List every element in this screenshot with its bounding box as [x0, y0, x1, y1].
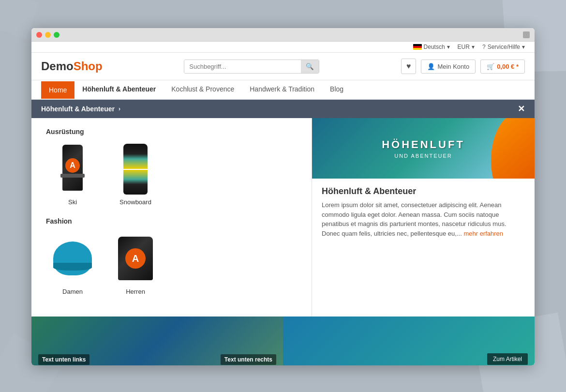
promo-title: Höhenluft & Abenteuer	[322, 186, 525, 196]
header: DemoShop 🔍 ♥ 👤 Mein Konto 🛒 0,00 € *	[31, 53, 535, 80]
herren-image: A	[111, 232, 160, 285]
product-snowboard[interactable]: Snowboard	[109, 142, 162, 206]
ski-logo: A	[65, 158, 80, 173]
account-button[interactable]: 👤 Mein Konto	[421, 60, 476, 74]
nav-item-home[interactable]: Home	[41, 81, 74, 99]
snowboard-visual	[123, 144, 148, 195]
cart-price: 0,00 € *	[497, 63, 519, 70]
mega-menu-left-panel: Ausrüstung A Ski	[31, 118, 312, 317]
close-window-btn[interactable]	[36, 32, 42, 38]
banner-right: Zum Artikel	[283, 317, 535, 365]
wishlist-button[interactable]: ♥	[401, 59, 417, 74]
zum-artikel-button[interactable]: Zum Artikel	[487, 353, 528, 365]
ski-strap	[60, 174, 85, 178]
search-input[interactable]	[184, 60, 301, 73]
snowboard-label: Snowboard	[119, 198, 151, 206]
section-fashion-title: Fashion	[46, 217, 297, 225]
utility-bar: Deutsch ▾ EUR ▾ ? Service/Hilfe ▾	[31, 42, 535, 53]
logo-shop: Shop	[74, 60, 103, 73]
flag-icon	[413, 44, 422, 50]
logo-demo: Demo	[41, 60, 74, 73]
language-chevron: ▾	[447, 44, 450, 50]
promo-logo-area: HÖHENLUFT UND ABENTEUER	[382, 138, 465, 159]
damen-image	[48, 232, 97, 285]
service-help[interactable]: ? Service/Hilfe ▾	[482, 44, 525, 50]
section-fashion: Fashion Damen	[46, 217, 297, 295]
logo[interactable]: DemoShop	[41, 60, 103, 73]
currency-selector[interactable]: EUR ▾	[458, 44, 475, 50]
nav-bar: Home Höhenluft & Abenteuer Kochlust & Pr…	[31, 80, 535, 100]
promo-image: HÖHENLUFT UND ABENTEUER	[312, 118, 535, 179]
snowboard-image	[111, 142, 160, 196]
breadcrumb: Höhenluft & Abenteuer ›	[41, 105, 120, 113]
promo-logo-main: HÖHENLUFT	[382, 138, 465, 151]
mega-menu-bar: Höhenluft & Abenteuer › ✕	[31, 100, 535, 118]
service-chevron: ▾	[522, 44, 525, 50]
cart-button[interactable]: 🛒 0,00 € *	[480, 60, 525, 74]
promo-read-more-link[interactable]: mehr erfahren	[463, 230, 503, 237]
snowboard-stripe	[123, 169, 148, 170]
nav-item-hoehenluft[interactable]: Höhenluft & Abenteuer	[74, 80, 164, 99]
minimize-window-btn[interactable]	[45, 32, 51, 38]
mega-menu-content: Ausrüstung A Ski	[31, 118, 535, 317]
promo-logo-sub: UND ABENTEUER	[382, 153, 465, 159]
language-label: Deutsch	[424, 44, 445, 50]
search-button[interactable]: 🔍	[301, 60, 319, 73]
backpack-logo: A	[125, 248, 146, 269]
account-label: Mein Konto	[437, 63, 469, 70]
ausruestung-grid: A Ski Snowboard	[46, 142, 297, 206]
breadcrumb-chevron: ›	[119, 106, 120, 112]
currency-label: EUR	[458, 44, 470, 50]
ski-label: Ski	[68, 198, 77, 206]
promo-text-area: Höhenluft & Abenteuer Lorem ipsum dolor …	[312, 179, 535, 246]
breadcrumb-text: Höhenluft & Abenteuer	[41, 105, 115, 113]
nav-item-blog[interactable]: Blog	[322, 80, 351, 99]
search-bar: 🔍	[184, 60, 319, 74]
cart-icon: 🛒	[487, 63, 494, 70]
service-label: Service/Hilfe	[488, 44, 520, 50]
banner-left-text: Text unten links	[38, 354, 89, 365]
ski-image: A	[48, 142, 97, 196]
ski-visual: A	[53, 145, 92, 193]
browser-window: Deutsch ▾ EUR ▾ ? Service/Hilfe ▾ DemoSh…	[31, 28, 535, 365]
herren-label: Herren	[126, 288, 145, 295]
beanie-visual	[53, 241, 92, 275]
titlebar	[31, 28, 535, 42]
help-icon: ?	[482, 44, 486, 50]
expand-icon	[523, 31, 530, 38]
section-ausruestung: Ausrüstung A Ski	[46, 128, 297, 206]
beanie-band	[53, 263, 92, 271]
product-herren[interactable]: A Herren	[109, 232, 162, 295]
maximize-window-btn[interactable]	[54, 32, 60, 38]
product-ski[interactable]: A Ski	[46, 142, 99, 206]
mega-menu-right-panel: HÖHENLUFT UND ABENTEUER Höhenluft & Aben…	[312, 118, 535, 317]
banner-left: Text unten links Text unten rechts	[31, 317, 283, 365]
promo-skier-visual	[462, 118, 535, 179]
currency-chevron: ▾	[472, 44, 475, 50]
fashion-grid: Damen A Herren	[46, 232, 297, 295]
product-damen[interactable]: Damen	[46, 232, 99, 295]
banner-grid: Text unten links Text unten rechts Zum A…	[31, 317, 535, 365]
damen-label: Damen	[62, 288, 83, 295]
section-ausruestung-title: Ausrüstung	[46, 128, 297, 136]
banner-right-text: Text unten rechts	[221, 354, 276, 365]
backpack-visual: A	[118, 237, 153, 280]
header-actions: ♥ 👤 Mein Konto 🛒 0,00 € *	[401, 59, 525, 74]
nav-item-handwerk[interactable]: Handwerk & Tradition	[242, 80, 322, 99]
promo-body: Lorem ipsum dolor sit amet, consectetuer…	[322, 200, 525, 238]
main-content: Text unten links Text unten rechts Zum A…	[31, 317, 535, 365]
nav-item-kochlust[interactable]: Kochlust & Provence	[164, 80, 242, 99]
language-selector[interactable]: Deutsch ▾	[413, 44, 450, 50]
mega-menu-close-button[interactable]: ✕	[518, 104, 525, 114]
account-icon: 👤	[427, 63, 435, 70]
